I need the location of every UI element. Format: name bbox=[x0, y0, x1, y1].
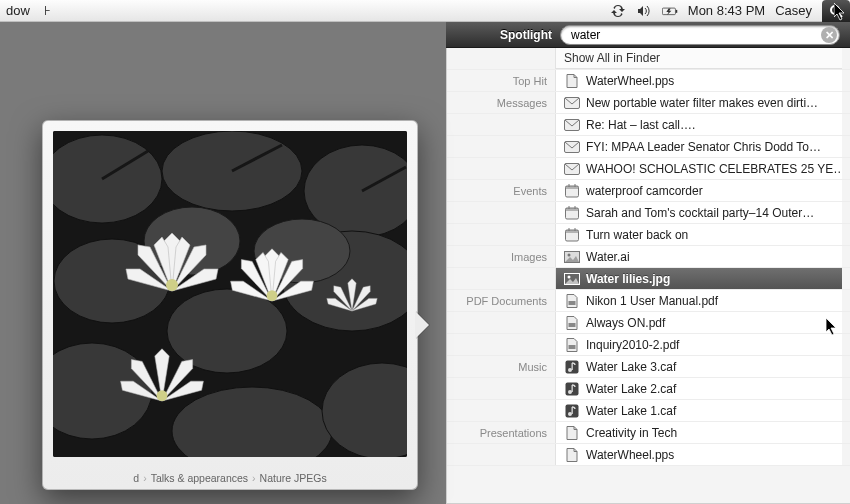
volume-icon[interactable] bbox=[636, 4, 652, 18]
result-cell: Turn water back on bbox=[555, 224, 842, 245]
result-label: Water lilies.jpg bbox=[586, 272, 670, 286]
result-row[interactable]: FYI: MPAA Leader Senator Chris Dodd To… bbox=[447, 136, 850, 158]
result-label: WAHOO! SCHOLASTIC CELEBRATES 25 YE… bbox=[586, 162, 842, 176]
result-row[interactable]: MessagesNew portable water filter makes … bbox=[447, 92, 850, 114]
svg-rect-32 bbox=[572, 385, 573, 392]
result-row[interactable]: PDF DocumentsNikon 1 User Manual.pdf bbox=[447, 290, 850, 312]
svg-rect-24 bbox=[569, 301, 576, 305]
result-cell: Nikon 1 User Manual.pdf bbox=[555, 290, 842, 311]
svg-rect-13 bbox=[566, 208, 579, 211]
breadcrumb-segment[interactable]: Nature JPEGs bbox=[260, 472, 327, 484]
result-category-label: Top Hit bbox=[447, 75, 555, 87]
spotlight-title: Spotlight bbox=[500, 28, 552, 42]
svg-point-34 bbox=[568, 412, 572, 416]
svg-rect-26 bbox=[569, 345, 576, 349]
result-cell: Inquiry2010-2.pdf bbox=[555, 334, 842, 355]
result-row[interactable]: Top HitWaterWheel.pps bbox=[447, 70, 850, 92]
spotlight-search-bar: Spotlight ✕ bbox=[446, 22, 850, 48]
result-cell: Water lilies.jpg bbox=[555, 268, 842, 289]
svg-rect-9 bbox=[566, 186, 579, 189]
show-all-in-finder[interactable]: Show All in Finder bbox=[447, 48, 850, 70]
result-label: FYI: MPAA Leader Senator Chris Dodd To… bbox=[586, 140, 821, 154]
result-cell: WaterWheel.pps bbox=[555, 444, 842, 465]
spotlight-search-input[interactable] bbox=[560, 25, 840, 45]
mail-icon bbox=[564, 96, 580, 110]
battery-icon[interactable] bbox=[662, 4, 678, 18]
menu-item[interactable]: dow bbox=[6, 3, 30, 18]
result-label: waterproof camcorder bbox=[586, 184, 703, 198]
result-cell: FYI: MPAA Leader Senator Chris Dodd To… bbox=[555, 136, 842, 157]
breadcrumb-segment[interactable]: Talks & appearances bbox=[151, 472, 248, 484]
img-icon bbox=[564, 272, 580, 286]
svg-rect-1 bbox=[676, 10, 677, 13]
doc-icon bbox=[564, 426, 580, 440]
result-cell: Water Lake 1.caf bbox=[555, 400, 842, 421]
spotlight-menu-icon[interactable] bbox=[822, 0, 850, 22]
menubar-clock[interactable]: Mon 8:43 PM bbox=[688, 3, 765, 18]
menubar-user[interactable]: Casey bbox=[775, 3, 812, 18]
result-row[interactable]: Re: Hat – last call…. bbox=[447, 114, 850, 136]
result-label: Creativity in Tech bbox=[586, 426, 677, 440]
result-row[interactable]: Inquiry2010-2.pdf bbox=[447, 334, 850, 356]
cal-icon bbox=[564, 228, 580, 242]
result-row[interactable]: Sarah and Tom's cocktail party–14 Outer… bbox=[447, 202, 850, 224]
result-label: Water Lake 2.caf bbox=[586, 382, 676, 396]
show-all-label: Show All in Finder bbox=[555, 48, 842, 69]
result-cell: Water Lake 3.caf bbox=[555, 356, 842, 377]
svg-rect-17 bbox=[566, 230, 579, 233]
cal-icon bbox=[564, 184, 580, 198]
clear-search-icon[interactable]: ✕ bbox=[821, 27, 837, 43]
result-cell: waterproof camcorder bbox=[555, 180, 842, 201]
result-label: New portable water filter makes even dir… bbox=[586, 96, 818, 110]
svg-point-23 bbox=[568, 275, 571, 278]
svg-rect-25 bbox=[569, 323, 576, 327]
result-row[interactable]: Turn water back on bbox=[447, 224, 850, 246]
result-cell: Re: Hat – last call…. bbox=[555, 114, 842, 135]
cal-icon bbox=[564, 206, 580, 220]
result-row[interactable]: Eventswaterproof camcorder bbox=[447, 180, 850, 202]
svg-line-3 bbox=[838, 13, 842, 17]
result-row[interactable]: PresentationsCreativity in Tech bbox=[447, 422, 850, 444]
result-label: Always ON.pdf bbox=[586, 316, 665, 330]
svg-point-45 bbox=[167, 289, 287, 373]
menu-item[interactable]: ⊦ bbox=[44, 3, 51, 18]
audio-icon bbox=[564, 382, 580, 396]
audio-icon bbox=[564, 404, 580, 418]
result-label: WaterWheel.pps bbox=[586, 448, 674, 462]
result-row[interactable]: Water Lake 1.caf bbox=[447, 400, 850, 422]
result-row[interactable]: WaterWheel.pps bbox=[447, 444, 850, 466]
result-cell: Creativity in Tech bbox=[555, 422, 842, 443]
pdf-icon bbox=[564, 338, 580, 352]
result-label: WaterWheel.pps bbox=[586, 74, 674, 88]
svg-point-2 bbox=[831, 6, 839, 14]
chevron-right-icon: › bbox=[143, 472, 147, 484]
result-category-label: Messages bbox=[447, 97, 555, 109]
preview-image bbox=[53, 131, 407, 457]
result-label: Nikon 1 User Manual.pdf bbox=[586, 294, 718, 308]
pdf-icon bbox=[564, 316, 580, 330]
result-label: Turn water back on bbox=[586, 228, 688, 242]
svg-rect-29 bbox=[572, 363, 573, 370]
breadcrumb-segment[interactable]: d bbox=[133, 472, 139, 484]
result-category-label: Music bbox=[447, 361, 555, 373]
result-cell: New portable water filter makes even dir… bbox=[555, 92, 842, 113]
svg-point-52 bbox=[267, 290, 278, 301]
result-row[interactable]: Water lilies.jpg bbox=[447, 268, 850, 290]
result-row[interactable]: Water Lake 2.caf bbox=[447, 378, 850, 400]
result-category-label: Events bbox=[447, 185, 555, 197]
preview-path-breadcrumb: d › Talks & appearances › Nature JPEGs bbox=[43, 467, 417, 489]
result-label: Inquiry2010-2.pdf bbox=[586, 338, 679, 352]
sync-icon[interactable] bbox=[610, 4, 626, 18]
result-label: Sarah and Tom's cocktail party–14 Outer… bbox=[586, 206, 814, 220]
svg-point-21 bbox=[568, 253, 571, 256]
result-row[interactable]: ImagesWater.ai bbox=[447, 246, 850, 268]
img-icon bbox=[564, 250, 580, 264]
result-row[interactable]: Always ON.pdf bbox=[447, 312, 850, 334]
result-row[interactable]: MusicWater Lake 3.caf bbox=[447, 356, 850, 378]
audio-icon bbox=[564, 360, 580, 374]
result-category-label: Presentations bbox=[447, 427, 555, 439]
doc-icon bbox=[564, 74, 580, 88]
result-row[interactable]: WAHOO! SCHOLASTIC CELEBRATES 25 YE… bbox=[447, 158, 850, 180]
result-cell: WaterWheel.pps bbox=[555, 70, 842, 91]
menu-bar: dow ⊦ Mon 8:43 PM Casey bbox=[0, 0, 850, 22]
